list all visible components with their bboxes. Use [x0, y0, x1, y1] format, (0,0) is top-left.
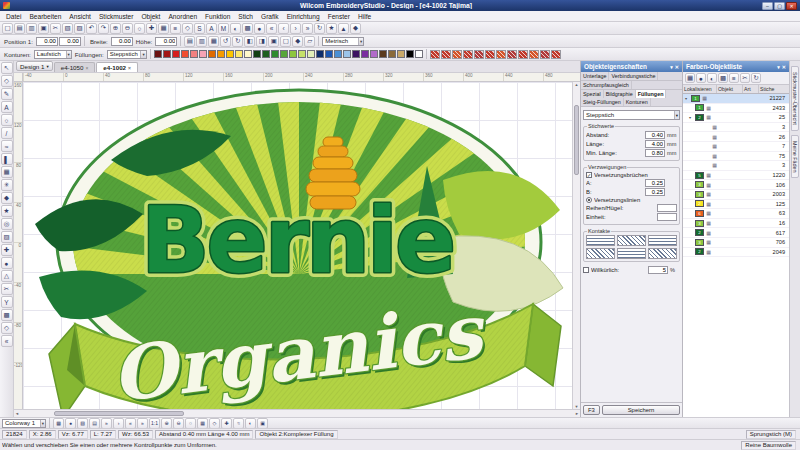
new-icon[interactable]: ▢	[2, 23, 13, 34]
menu-item[interactable]: Anordnen	[164, 13, 201, 20]
satin-tool[interactable]: ▌	[1, 153, 13, 165]
fusion-fill-tool[interactable]: ◆	[1, 192, 13, 204]
close-button[interactable]: ✕	[786, 2, 797, 10]
select-tool[interactable]: ↖	[1, 62, 13, 74]
maximize-button[interactable]: ▢	[774, 2, 785, 10]
minimize-button[interactable]: –	[762, 2, 773, 10]
object-list-row[interactable]: 2 ▦ 125	[683, 200, 789, 210]
unit-field[interactable]	[657, 213, 677, 221]
pan-icon[interactable]: ✚	[146, 23, 157, 34]
position-x-field[interactable]	[36, 37, 58, 46]
thread-color-swatch[interactable]	[271, 50, 279, 58]
thread-color-swatch[interactable]	[253, 50, 261, 58]
triangle-icon[interactable]: ▲	[338, 23, 349, 34]
outline-type-dropdown[interactable]: Laufstich ▾	[34, 50, 72, 59]
background-icon[interactable]: ▤	[89, 418, 100, 429]
pattern-option-button[interactable]	[617, 248, 646, 259]
thread-color-swatch[interactable]	[298, 50, 306, 58]
menu-item[interactable]: Funktion	[201, 13, 234, 20]
object-list-row[interactable]: ▦ 26	[683, 132, 789, 142]
rotate-right-icon[interactable]: ↻	[232, 36, 243, 47]
fit-window-icon[interactable]: ○	[185, 418, 196, 429]
hoop-icon[interactable]: ◇	[182, 23, 193, 34]
thread-color-swatch[interactable]	[181, 50, 189, 58]
unit-dropdown[interactable]: Metrisch ▾	[322, 37, 364, 46]
docked-panel-tab[interactable]: Stickmuster-Übersicht	[791, 66, 799, 131]
document-tab[interactable]: e4-1002 ×	[96, 62, 138, 72]
align-right-icon[interactable]: ▦	[208, 36, 219, 47]
offset-lines-radio[interactable]	[586, 197, 592, 203]
docked-panel-tab[interactable]: Meine Fäden	[791, 135, 799, 178]
save-icon[interactable]: ▥	[26, 23, 37, 34]
menu-item[interactable]: Bearbeiten	[25, 13, 65, 20]
favorites-icon[interactable]: ★	[326, 23, 337, 34]
measure-tool[interactable]: /	[1, 127, 13, 139]
thread-color-swatch[interactable]	[361, 50, 369, 58]
thread-color-swatch[interactable]	[190, 50, 198, 58]
close-panel-icon[interactable]: ✕	[675, 64, 679, 70]
object-list-row[interactable]: 2 ▦ 2049	[683, 248, 789, 258]
thread-color-swatch[interactable]	[289, 50, 297, 58]
color-film-tool[interactable]: ▩	[1, 309, 13, 321]
thread-color-swatch[interactable]	[307, 50, 315, 58]
menu-item[interactable]: Stich	[234, 13, 257, 20]
object-list-row[interactable]: ▾ 1 ▦ 21227	[683, 94, 789, 104]
close-tab-icon[interactable]: ×	[128, 65, 131, 71]
menu-item[interactable]: Datei	[2, 13, 25, 20]
props-tab[interactable]: Füllungen	[636, 90, 667, 98]
props-tab[interactable]: Steig-Füllungen	[581, 98, 624, 106]
props-tab[interactable]: Bildgraphie	[604, 90, 636, 98]
fx-button[interactable]: F3	[583, 405, 600, 415]
mirror-h-icon[interactable]: ◧	[244, 36, 255, 47]
ring-tool[interactable]: ◎	[1, 218, 13, 230]
punch-tool[interactable]: ✚	[1, 244, 13, 256]
print-icon[interactable]: ▣	[38, 23, 49, 34]
value-field[interactable]	[645, 149, 665, 157]
pattern-option-button[interactable]	[586, 248, 615, 259]
object-list-row[interactable]: 3 ▦ 16	[683, 219, 789, 229]
pattern-option-button[interactable]	[586, 235, 615, 246]
needle-point-icon[interactable]: ✚	[221, 418, 232, 429]
film-view-icon[interactable]: ▦	[685, 73, 695, 83]
vector-tool[interactable]: △	[1, 270, 13, 282]
scroll-left-icon[interactable]: ◄	[14, 411, 20, 416]
pin-icon[interactable]: ▾	[670, 64, 673, 70]
refresh-list-icon[interactable]: ↻	[751, 73, 761, 83]
stitch-player-icon[interactable]: »	[101, 418, 112, 429]
menu-item[interactable]: Stickmuster	[95, 13, 137, 20]
scrollbar-thumb[interactable]	[54, 411, 184, 416]
props-tab[interactable]: Unterlage	[581, 72, 609, 80]
thread-color-swatch[interactable]	[397, 50, 405, 58]
star-tool[interactable]: ★	[1, 205, 13, 217]
dim-artwork-icon[interactable]: ◐	[245, 418, 256, 429]
column-header[interactable]: Lokalisieren	[683, 85, 717, 93]
run-stitch-tool[interactable]: ≈	[1, 140, 13, 152]
zoom-out-small-icon[interactable]: ⊖	[173, 418, 184, 429]
copy-icon[interactable]: ▧	[62, 23, 73, 34]
thread-color-swatch[interactable]	[325, 50, 333, 58]
overview-window-icon[interactable]: ▣	[257, 418, 268, 429]
menu-item[interactable]: Grafik	[257, 13, 283, 20]
reprocess-icon[interactable]: ↻	[314, 23, 325, 34]
object-list-row[interactable]: 1 ▦ 2433	[683, 104, 789, 114]
cut-object-icon[interactable]: ✂	[740, 73, 750, 83]
hoop-toggle-icon[interactable]: ◇	[209, 418, 220, 429]
color-film-icon[interactable]: ▩	[242, 23, 253, 34]
position-y-field[interactable]	[59, 37, 81, 46]
group-icon[interactable]: ▣	[268, 36, 279, 47]
zoom-out-icon[interactable]: ⊖	[122, 23, 133, 34]
thread-color-swatch[interactable]	[154, 50, 162, 58]
props-tab[interactable]: Spezial	[581, 90, 604, 98]
object-list-row[interactable]: 2 ▦ 617	[683, 228, 789, 238]
value-field[interactable]	[645, 131, 665, 139]
expand-arrow-icon[interactable]: ▾	[685, 96, 690, 101]
scale-icon[interactable]: ◆	[292, 36, 303, 47]
thread-color-swatch[interactable]	[370, 50, 378, 58]
show-stitches-icon[interactable]: S	[194, 23, 205, 34]
zoom-box-icon[interactable]: ⊕	[161, 418, 172, 429]
props-tab[interactable]: Verbindungsstiche	[609, 72, 658, 80]
object-list-row[interactable]: ▦ 3	[683, 123, 789, 133]
object-list-row[interactable]: ▾ 2 ▦ 25	[683, 113, 789, 123]
thread-chart-icon[interactable]: ●	[65, 418, 76, 429]
skew-icon[interactable]: ▱	[304, 36, 315, 47]
